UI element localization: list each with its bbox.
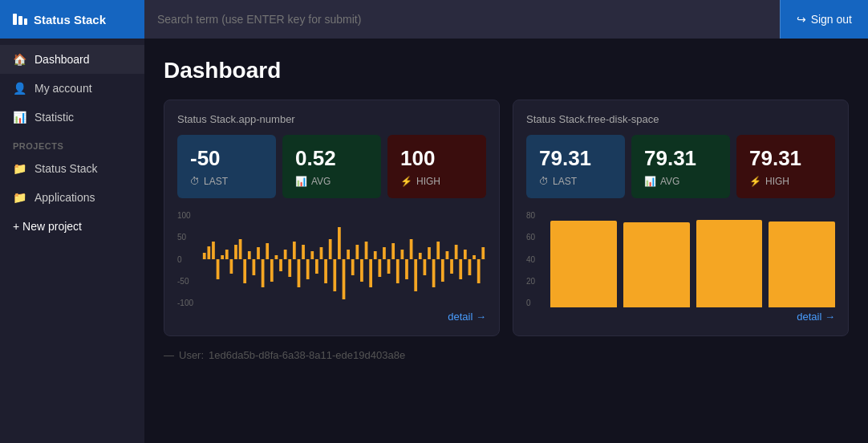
brand-icon [13,14,27,25]
chart1-y-axis: 100 50 0 -50 -100 [177,211,201,307]
topbar: Status Stack ↪ Sign out [0,0,868,39]
svg-rect-24 [293,242,296,259]
chart2-y-axis: 80 60 40 20 0 [526,211,550,307]
sidebar-item-applications[interactable]: 📁 Applications [0,183,144,212]
svg-rect-42 [374,251,377,259]
detail-link-card2[interactable]: detail → [526,311,835,323]
bar-icon-c1: 📊 [295,176,307,187]
metric-last-value-card1: -50 [190,146,263,171]
metric-high-value-card2: 79.31 [749,146,822,171]
svg-rect-22 [284,250,287,259]
last-label-c2: LAST [553,176,577,187]
svg-rect-43 [378,259,381,277]
svg-rect-63 [468,259,472,275]
page-title: Dashboard [164,58,849,83]
home-icon: 🏠 [13,53,26,66]
projects-section-label: PROJECTS [0,132,144,154]
svg-rect-15 [253,259,256,275]
svg-rect-26 [302,245,305,259]
svg-rect-48 [401,250,404,259]
footer: — User: 1ed6da5b-d8fa-6a38-8a11-ede19d40… [164,349,849,361]
avg-label-c2: AVG [660,176,679,187]
sidebar-item-status-stack[interactable]: 📁 Status Stack [0,154,144,183]
high-label-c2: HIGH [765,176,789,187]
y-label-n100: -100 [177,299,198,307]
layout: 🏠 Dashboard 👤 My account 📊 Statistic PRO… [0,39,868,443]
svg-rect-11 [234,245,237,259]
svg-rect-5 [207,246,210,259]
y2-0: 0 [526,299,547,307]
svg-rect-17 [262,259,265,287]
metric-last-card2: 79.31 ⏱ LAST [526,135,625,198]
detail-link-card1[interactable]: detail → [177,311,486,323]
svg-rect-28 [310,251,314,259]
folder-icon-apps: 📁 [13,191,26,204]
sidebar-item-my-account[interactable]: 👤 My account [0,74,144,103]
metric-high-label-card1: ⚡ HIGH [400,176,473,187]
signout-button[interactable]: ↪ Sign out [780,0,868,39]
footer-dash: — [164,349,174,361]
y2-40: 40 [526,255,547,264]
avg-label-c1: AVG [311,176,331,187]
svg-rect-50 [410,239,413,259]
y-label-100: 100 [177,211,198,220]
card1-title: Status Stack.app-number [177,113,486,125]
card1-metrics: -50 ⏱ LAST 0.52 📊 AVG 1 [177,135,486,198]
bolt-icon-c2: ⚡ [749,176,761,187]
metric-high-label-card2: ⚡ HIGH [749,176,822,187]
metric-avg-card1: 0.52 📊 AVG [282,135,381,198]
metric-last-card1: -50 ⏱ LAST [177,135,276,198]
y-label-n50: -50 [177,277,198,286]
card-app-number: Status Stack.app-number -50 ⏱ LAST 0.52 … [164,100,500,336]
statistic-icon: 📊 [13,111,26,124]
svg-rect-33 [333,259,336,291]
sidebar-item-label-account: My account [34,82,92,95]
svg-rect-60 [455,245,458,259]
sidebar-item-statistic[interactable]: 📊 Statistic [0,103,144,132]
svg-rect-65 [477,259,481,283]
metric-avg-card2: 79.31 📊 AVG [631,135,730,198]
metric-high-value-card1: 100 [400,146,473,171]
clock-icon-c2: ⏱ [539,176,549,187]
svg-rect-62 [464,250,467,259]
bar-2 [623,222,690,307]
svg-rect-38 [355,245,359,259]
svg-rect-19 [270,259,274,282]
svg-rect-21 [279,259,282,271]
svg-rect-57 [441,259,444,282]
last-label-c1: LAST [204,176,228,187]
search-input[interactable] [144,0,780,39]
svg-rect-37 [351,259,355,275]
metric-avg-label-card1: 📊 AVG [295,176,368,187]
svg-rect-61 [459,259,462,279]
new-project-button[interactable]: + New project [0,212,144,241]
chart1-svg-wrapper [201,211,486,307]
svg-rect-9 [225,250,229,259]
metric-high-card1: 100 ⚡ HIGH [387,135,486,198]
bar-1 [550,221,617,307]
metric-last-label-card1: ⏱ LAST [190,176,263,187]
high-label-c1: HIGH [416,176,440,187]
svg-rect-64 [473,255,476,259]
card2-title: Status Stack.free-disk-space [526,113,835,125]
bar-4 [769,222,835,307]
svg-rect-40 [365,242,368,259]
svg-rect-18 [266,243,269,259]
sidebar-item-dashboard[interactable]: 🏠 Dashboard [0,45,144,74]
svg-rect-45 [387,259,391,274]
signout-icon: ↪ [797,13,806,26]
svg-rect-14 [248,251,251,259]
svg-rect-16 [257,247,260,259]
svg-rect-27 [306,259,310,279]
svg-rect-4 [203,253,206,259]
cards-row: Status Stack.app-number -50 ⏱ LAST 0.52 … [164,100,849,336]
y-label-0: 0 [177,255,198,264]
sidebar-item-label-apps: Applications [34,191,95,204]
svg-rect-53 [424,259,427,275]
svg-rect-36 [347,250,350,259]
metric-last-label-card2: ⏱ LAST [539,176,612,187]
svg-rect-0 [13,14,17,25]
svg-rect-29 [315,259,318,274]
footer-user-text: User: [179,349,204,361]
brand-label: Status Stack [34,13,106,26]
